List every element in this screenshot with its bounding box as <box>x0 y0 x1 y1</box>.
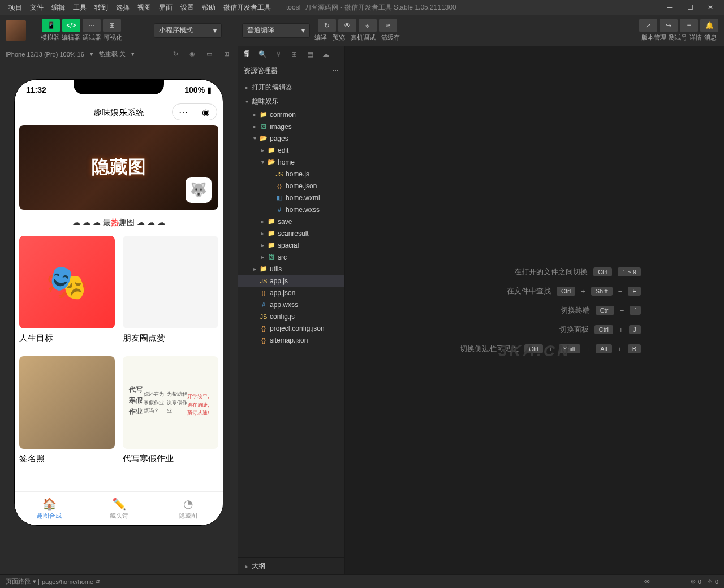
tree-item[interactable]: ▸🖼images <box>238 120 344 132</box>
chevron-icon: ▸ <box>260 230 265 236</box>
tree-item[interactable]: ▸📁edit <box>238 144 344 156</box>
compile-button[interactable]: ↻ <box>318 19 336 32</box>
tree-item[interactable]: ▾📂home <box>238 156 344 168</box>
file-tree: ▸ 打开的编辑器 ▾ 趣味娱乐 ▸📁common▸🖼images▾📂pages▸… <box>238 79 344 557</box>
test-account-button[interactable]: ↪ <box>660 19 678 32</box>
compile-dropdown[interactable]: 普通编译▾ <box>242 23 310 38</box>
hint-row: 在文件中查找Ctrl + Shift + F <box>428 282 641 301</box>
debugger-label: 调试器 <box>83 33 101 42</box>
tree-item[interactable]: JSconfig.js <box>238 310 344 322</box>
eye-icon[interactable]: 👁 <box>644 578 650 585</box>
tree-item[interactable]: ▸📁spacial <box>238 239 344 251</box>
hint-label: 切换面板 <box>498 325 589 335</box>
menu-item[interactable]: 设置 <box>176 3 198 12</box>
menu-item[interactable]: 选择 <box>112 3 133 12</box>
explorer-title: 资源管理器 <box>244 66 278 76</box>
minimize-button[interactable]: ─ <box>661 1 679 14</box>
menu-item[interactable]: 工具 <box>69 3 90 12</box>
stop-icon[interactable]: ◉ <box>187 49 198 60</box>
more-icon[interactable]: ⋯ <box>656 578 662 585</box>
banner[interactable]: 隐藏图 🐺 <box>19 125 218 210</box>
db-icon[interactable]: ▤ <box>305 49 315 59</box>
project-root[interactable]: ▾ 趣味娱乐 <box>238 94 344 109</box>
search-icon[interactable]: 🔍 <box>257 49 268 59</box>
tree-item[interactable]: #home.wxss <box>238 204 344 215</box>
key-badge: Shift <box>591 287 613 296</box>
git-icon[interactable]: ⑂ <box>273 49 283 59</box>
menu-item[interactable]: 视图 <box>133 3 155 12</box>
card-item[interactable]: 代写寒假作业 你还在为寒假作业烦吗？ 为帮助解决寒假作业... 开学较早,迫在眉… <box>123 356 218 469</box>
tab-label: 隐藏图 <box>179 512 197 520</box>
outline-section[interactable]: ▸ 大纲 <box>238 557 344 574</box>
version-mgmt-button[interactable]: ↗ <box>639 19 657 32</box>
file-name: project.config.json <box>270 325 325 332</box>
card-item[interactable]: 人生目标 <box>19 236 115 348</box>
tree-item[interactable]: ▸📁scanresult <box>238 227 344 239</box>
clear-cache-label: 清缓存 <box>381 33 400 42</box>
explorer-header: 资源管理器 ⋯ <box>238 62 344 79</box>
tab-compose[interactable]: 🏠 趣图合成 <box>15 492 84 525</box>
more-icon[interactable]: ⋯ <box>332 67 339 75</box>
editor-button[interactable]: </> <box>62 19 80 32</box>
tree-item[interactable]: #app.wxss <box>238 299 344 310</box>
warnings-count[interactable]: ⚠ 0 <box>707 578 718 585</box>
tree-item[interactable]: ◧home.wxml <box>238 192 344 204</box>
messages-button[interactable]: 🔔 <box>700 19 718 32</box>
details-button[interactable]: ≡ <box>680 19 698 32</box>
maximize-button[interactable]: ☐ <box>681 1 699 14</box>
device-selector[interactable]: iPhone 12/13 (Pro) 100% 16 <box>6 51 84 58</box>
window-icon[interactable]: ⊞ <box>221 49 232 60</box>
extensions-icon[interactable]: ⊞ <box>289 49 299 59</box>
visualize-button[interactable]: ⊞ <box>103 19 121 32</box>
menu-item[interactable]: 界面 <box>155 3 176 12</box>
menu-item[interactable]: 项目 <box>5 3 26 12</box>
card-item[interactable]: 朋友圈点赞 <box>123 236 218 348</box>
tree-item[interactable]: {}home.json <box>238 180 344 192</box>
menu-item[interactable]: 帮助 <box>198 3 219 12</box>
hint-label: 在打开的文件之间切换 <box>497 267 588 277</box>
tree-item[interactable]: ▸📁save <box>238 215 344 227</box>
hot-reload-toggle[interactable]: 热重载 关 <box>99 50 126 58</box>
device-icon[interactable]: ▭ <box>204 49 215 60</box>
page-path-label[interactable]: 页面路径 ▾ | pages/home/home ⧉ <box>6 577 100 586</box>
open-editors-section[interactable]: ▸ 打开的编辑器 <box>238 80 344 94</box>
simulator-label: 模拟器 <box>41 33 59 42</box>
cloud-icon[interactable]: ☁ <box>321 49 331 59</box>
debugger-button[interactable]: ⋯ <box>83 19 101 32</box>
capsule-close-icon[interactable]: ◉ <box>195 107 217 118</box>
editor-label: 编辑器 <box>62 33 80 42</box>
remote-debug-button[interactable]: ⟐ <box>359 19 377 32</box>
clear-cache-button[interactable]: ≋ <box>379 19 397 32</box>
copy-icon[interactable]: ⧉ <box>96 578 100 585</box>
avatar[interactable] <box>6 20 26 41</box>
card-item[interactable]: 签名照 <box>19 356 115 469</box>
files-icon[interactable]: 🗐 <box>242 49 252 59</box>
tree-item[interactable]: JSapp.js <box>238 275 344 287</box>
close-button[interactable]: ✕ <box>701 1 719 14</box>
tree-item[interactable]: {}app.json <box>238 287 344 299</box>
simulator-button[interactable]: 📱 <box>42 19 60 32</box>
menu-item[interactable]: 转到 <box>90 3 112 12</box>
tab-poem[interactable]: ✏️ 藏头诗 <box>84 492 154 525</box>
menu-item[interactable]: 编辑 <box>48 3 69 12</box>
menu-item[interactable]: 文件 <box>26 3 48 12</box>
preview-button[interactable]: 👁 <box>338 19 356 32</box>
tree-item[interactable]: JShome.js <box>238 168 344 180</box>
tab-bar: 🏠 趣图合成 ✏️ 藏头诗 ◔ 隐藏图 <box>15 491 223 525</box>
menu-item[interactable]: 微信开发者工具 <box>219 3 275 12</box>
card-title: 朋友圈点赞 <box>123 328 218 348</box>
tree-item[interactable]: ▸📁common <box>238 109 344 120</box>
tree-item[interactable]: ▸🖼src <box>238 251 344 263</box>
tree-item[interactable]: {}sitemap.json <box>238 334 344 346</box>
tree-item[interactable]: ▸📁utils <box>238 263 344 275</box>
tree-item[interactable]: ▾📂pages <box>238 132 344 144</box>
app-content[interactable]: 隐藏图 🐺 ☁ ☁ ☁ 最热趣图 ☁ ☁ ☁ 人生目标 朋友圈点赞 <box>15 125 223 491</box>
mode-dropdown[interactable]: 小程序模式▾ <box>154 23 222 38</box>
chevron-icon: ▾ <box>252 135 257 141</box>
key-badge: Ctrl <box>594 325 613 334</box>
errors-count[interactable]: ⊗ 0 <box>691 578 701 585</box>
capsule-menu-icon[interactable]: ⋯ <box>173 107 195 118</box>
tab-hidden[interactable]: ◔ 隐藏图 <box>153 492 223 525</box>
refresh-icon[interactable]: ↻ <box>170 49 181 60</box>
tree-item[interactable]: {}project.config.json <box>238 322 344 334</box>
